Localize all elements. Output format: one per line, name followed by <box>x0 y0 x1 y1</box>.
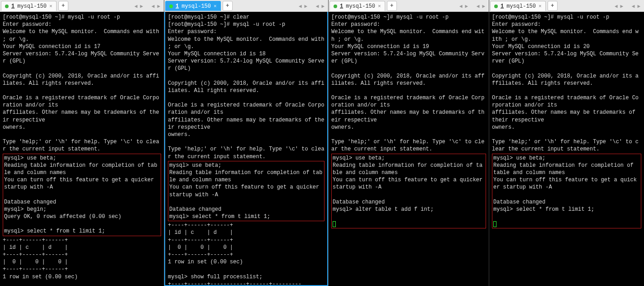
separator <box>310 3 313 9</box>
status-dot-icon <box>334 5 337 8</box>
cursor-icon <box>493 221 496 227</box>
add-tab-button[interactable]: + <box>223 1 233 11</box>
tab-number: 1 <box>11 3 14 10</box>
tab-mysql-150-3[interactable]: 1 mysql-150 × <box>490 1 546 11</box>
terminal-pane-2: 1 mysql-150 × + ◀ ▶ ◀ ▶ [root@mysql-150 … <box>329 0 489 286</box>
tab-title: mysql-150 <box>17 3 47 10</box>
close-icon[interactable]: × <box>214 4 217 9</box>
right-arrow-icon[interactable]: ▶ <box>465 3 468 9</box>
terminal-output-1[interactable]: [root@mysql-150 ~]# clear [root@mysql-15… <box>164 12 328 286</box>
terminal-output-0[interactable]: [root@mysql-150 ~]# mysql -u root -p Ent… <box>0 12 164 286</box>
terminal-pre-text: [root@mysql-150 ~]# clear [root@mysql-15… <box>168 14 324 160</box>
left-arrow-icon[interactable]: ◀ <box>134 3 138 9</box>
tab-mysql-150-1[interactable]: 1 mysql-150 × <box>165 1 221 11</box>
terminal-output-3[interactable]: [root@mysql-150 ~]# mysql -u root -p Ent… <box>489 12 644 286</box>
close-icon[interactable]: × <box>378 4 381 9</box>
cursor-icon <box>333 221 336 227</box>
tab-mysql-150-0[interactable]: 1 mysql-150 × <box>1 1 57 11</box>
highlighted-region: mysql> use beta; Reading table informati… <box>3 154 161 236</box>
add-tab-button[interactable]: + <box>548 1 558 11</box>
terminal-post-text: +----+------+------+ | id | c | d | +---… <box>168 222 324 286</box>
highlighted-text: mysql> use beta; Reading table informati… <box>333 155 485 213</box>
separator <box>626 3 629 9</box>
terminal-pre-text: [root@mysql-150 ~]# mysql -u root -p Ent… <box>331 14 486 153</box>
separator <box>471 3 474 9</box>
add-tab-button[interactable]: + <box>387 1 397 11</box>
highlighted-region: mysql> use beta; Reading table informati… <box>331 154 486 229</box>
right-arrow-icon[interactable]: ▶ <box>321 3 324 9</box>
tab-title: mysql-150 <box>346 3 375 10</box>
terminal-pre-text: [root@mysql-150 ~]# mysql -u root -p Ent… <box>492 14 641 153</box>
right-arrow-icon[interactable]: ▶ <box>140 3 143 9</box>
separator <box>146 3 149 9</box>
terminal-pane-0: 1 mysql-150 × + ◀ ▶ ◀ ▶ [root@mysql-150 … <box>0 0 164 286</box>
right-arrow-icon[interactable]: ▶ <box>482 3 485 9</box>
tab-number: 1 <box>340 3 343 10</box>
tab-bar-2: 1 mysql-150 × + ◀ ▶ ◀ ▶ <box>329 0 489 12</box>
left-arrow-icon[interactable]: ◀ <box>316 3 319 9</box>
highlighted-region: mysql> use beta; Reading table informati… <box>492 154 641 229</box>
tab-title: mysql-150 <box>181 3 211 10</box>
right-arrow-icon[interactable]: ▶ <box>157 3 160 9</box>
left-arrow-icon[interactable]: ◀ <box>459 3 463 9</box>
tab-nav-arrows: ◀ ▶ ◀ ▶ <box>615 3 643 9</box>
terminal-pre-text: [root@mysql-150 ~]# mysql -u root -p Ent… <box>3 14 161 153</box>
tab-number: 1 <box>176 3 179 10</box>
left-arrow-icon[interactable]: ◀ <box>615 3 618 9</box>
pane-container: 1 mysql-150 × + ◀ ▶ ◀ ▶ [root@mysql-150 … <box>0 0 644 286</box>
right-arrow-icon[interactable]: ▶ <box>305 3 308 9</box>
status-dot-icon <box>5 5 9 8</box>
highlighted-text: mysql> use beta; Reading table informati… <box>169 162 323 221</box>
tab-nav-arrows: ◀ ▶ ◀ ▶ <box>299 3 327 9</box>
right-arrow-icon[interactable]: ▶ <box>620 3 624 9</box>
tab-bar-3: 1 mysql-150 × + ◀ ▶ ◀ ▶ <box>489 0 644 12</box>
close-icon[interactable]: × <box>539 4 542 9</box>
tab-number: 1 <box>501 3 504 10</box>
tab-bar-0: 1 mysql-150 × + ◀ ▶ ◀ ▶ <box>0 0 164 12</box>
left-arrow-icon[interactable]: ◀ <box>152 3 155 9</box>
tab-nav-arrows: ◀ ▶ ◀ ▶ <box>134 3 163 9</box>
terminal-pane-1: 1 mysql-150 × + ◀ ▶ ◀ ▶ [root@mysql-150 … <box>164 0 329 286</box>
right-arrow-icon[interactable]: ▶ <box>637 3 640 9</box>
highlighted-region: mysql> use beta; Reading table informati… <box>168 161 324 222</box>
close-icon[interactable]: × <box>49 4 52 9</box>
terminal-output-2[interactable]: [root@mysql-150 ~]# mysql -u root -p Ent… <box>329 12 489 286</box>
tab-title: mysql-150 <box>506 3 536 10</box>
left-arrow-icon[interactable]: ◀ <box>632 3 635 9</box>
status-dot-icon <box>169 5 173 8</box>
highlighted-text: mysql> use beta; Reading table informati… <box>4 155 160 235</box>
add-tab-button[interactable]: + <box>58 1 68 11</box>
left-arrow-icon[interactable]: ◀ <box>477 3 480 9</box>
status-dot-icon <box>494 5 498 8</box>
highlighted-text: mysql> use beta; Reading table informati… <box>493 155 640 213</box>
tab-bar-1: 1 mysql-150 × + ◀ ▶ ◀ ▶ <box>164 0 328 12</box>
terminal-pane-3: 1 mysql-150 × + ◀ ▶ ◀ ▶ [root@mysql-150 … <box>489 0 644 286</box>
left-arrow-icon[interactable]: ◀ <box>299 3 302 9</box>
tab-nav-arrows: ◀ ▶ ◀ ▶ <box>459 3 488 9</box>
tab-mysql-150-2[interactable]: 1 mysql-150 × <box>329 1 385 11</box>
terminal-post-text: +----+------+------+ | id | c | d | +---… <box>3 237 161 286</box>
